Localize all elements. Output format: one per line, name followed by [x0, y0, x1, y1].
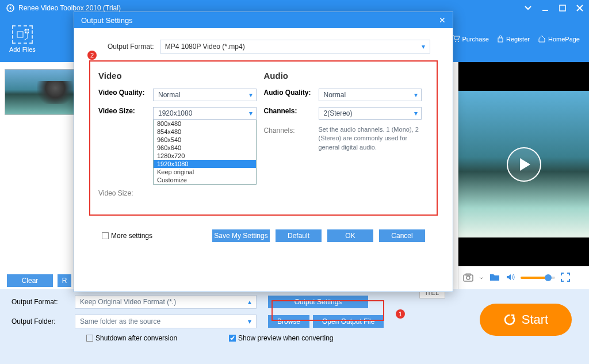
- audio-quality-label: Audio Quality:: [264, 89, 319, 97]
- channels-label: Channels:: [264, 107, 319, 115]
- video-size-help-label: Video Size:: [98, 188, 153, 197]
- ok-button[interactable]: OK: [327, 229, 373, 242]
- preview-pane: [458, 62, 589, 289]
- video-size-option[interactable]: 960x640: [154, 144, 256, 152]
- svg-point-10: [466, 276, 470, 279]
- video-size-option[interactable]: 854x480: [154, 128, 256, 136]
- volume-slider[interactable]: [521, 277, 555, 279]
- add-files-button[interactable]: Add Files: [9, 25, 36, 53]
- output-folder-label: Output Folder:: [12, 317, 75, 325]
- video-size-label: Video Size:: [98, 107, 153, 115]
- channels-help-label: Channels:: [264, 125, 319, 135]
- video-size-option[interactable]: Customize: [154, 176, 256, 184]
- audio-heading: Audio: [264, 71, 429, 81]
- output-format-dropdown[interactable]: Keep Original Video Format (*.)▴: [75, 295, 257, 309]
- lock-icon: [497, 35, 504, 44]
- svg-point-7: [458, 41, 459, 42]
- video-size-option[interactable]: Keep original: [154, 168, 256, 176]
- fullscreen-icon[interactable]: [561, 273, 570, 283]
- channels-dropdown[interactable]: 2(Stereo)▾: [319, 107, 422, 120]
- video-preview: [458, 62, 589, 266]
- play-button[interactable]: [507, 147, 541, 182]
- preview-checkbox[interactable]: Show preview when converting: [229, 334, 333, 342]
- screenshot-arrow-icon[interactable]: [479, 274, 484, 282]
- video-size-option[interactable]: 1920x1080: [154, 160, 256, 168]
- output-folder-dropdown[interactable]: Same folder as the source▾: [75, 315, 257, 328]
- register-link[interactable]: Register: [497, 35, 530, 44]
- svg-rect-2: [542, 10, 548, 11]
- start-button[interactable]: Start: [480, 304, 572, 336]
- r-button[interactable]: R: [58, 274, 71, 287]
- app-logo-icon: [6, 3, 18, 13]
- dialog-title: Output Settings: [81, 16, 133, 25]
- svg-rect-3: [560, 5, 565, 11]
- maximize-icon[interactable]: [559, 5, 566, 12]
- svg-rect-4: [17, 32, 23, 37]
- video-size-dropdown[interactable]: 1920x1080▾: [153, 107, 257, 120]
- video-size-option[interactable]: 1280x720: [154, 152, 256, 160]
- video-size-option[interactable]: 800x480: [154, 120, 256, 128]
- output-settings-dialog: Output Settings ✕ Output Format: MP4 108…: [74, 12, 453, 292]
- badge-1: 1: [396, 309, 405, 319]
- svg-point-1: [10, 7, 12, 9]
- purchase-link[interactable]: Purchase: [452, 35, 489, 44]
- video-size-options-list[interactable]: 800x480854x480960x540960x6401280x7201920…: [153, 120, 257, 185]
- badge-2: 2: [87, 51, 97, 60]
- svg-point-6: [455, 41, 456, 42]
- cancel-button[interactable]: Cancel: [379, 229, 425, 242]
- menu-dropdown-icon[interactable]: [525, 6, 531, 10]
- default-button[interactable]: Default: [276, 229, 322, 242]
- channels-help-text: Set the audio channels. 1 (Mono), 2 (Ste…: [319, 125, 422, 152]
- video-heading: Video: [98, 71, 263, 81]
- screenshot-icon[interactable]: [463, 273, 473, 283]
- video-size-option[interactable]: 960x540: [154, 136, 256, 144]
- add-files-label: Add Files: [9, 46, 36, 53]
- volume-icon[interactable]: [506, 273, 515, 283]
- clear-button[interactable]: Clear: [7, 274, 53, 287]
- dialog-output-format-label: Output Format:: [108, 43, 154, 51]
- svg-rect-8: [498, 38, 503, 42]
- audio-quality-dropdown[interactable]: Normal▾: [319, 89, 422, 101]
- close-icon[interactable]: [576, 5, 583, 12]
- video-quality-label: Video Quality:: [98, 89, 153, 97]
- more-settings-checkbox[interactable]: More settings: [102, 232, 152, 240]
- dialog-close-icon[interactable]: ✕: [439, 16, 446, 25]
- open-folder-icon[interactable]: [489, 273, 500, 283]
- save-my-settings-button[interactable]: Save My Settings: [212, 229, 270, 242]
- minimize-icon[interactable]: [542, 5, 549, 12]
- highlight-box-1: [271, 300, 384, 321]
- video-quality-dropdown[interactable]: Normal▾: [153, 89, 257, 101]
- app-title: Renee Video Toolbox 2010 (Trial): [18, 4, 121, 12]
- dialog-titlebar: Output Settings ✕: [74, 12, 453, 28]
- dialog-output-format-dropdown[interactable]: MP4 1080P Video (*.mp4)▾: [160, 40, 430, 53]
- home-icon: [538, 35, 546, 44]
- shutdown-checkbox[interactable]: Shutdown after conversion: [86, 334, 177, 342]
- output-format-label: Output Format:: [12, 298, 75, 306]
- highlight-box-2: Video Video Quality: Normal▾ Video Size:…: [89, 60, 438, 216]
- homepage-link[interactable]: HomePage: [538, 35, 580, 44]
